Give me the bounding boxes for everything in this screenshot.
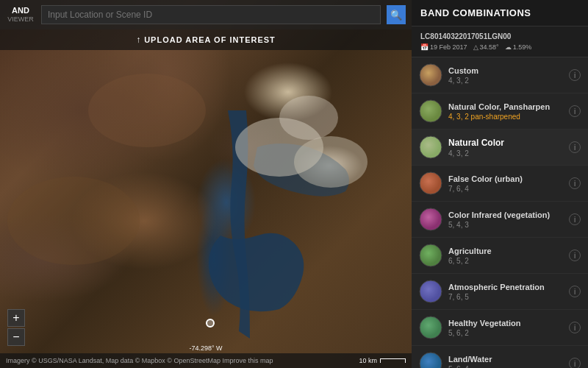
panel-title: BAND COMBINATIONS — [420, 7, 579, 18]
band-item[interactable]: Custom4, 3, 2i — [412, 57, 588, 93]
urban-overlay — [0, 0, 412, 368]
band-name: Healthy Vegetation — [448, 319, 569, 328]
band-thumbnail — [419, 135, 442, 159]
band-info-button[interactable]: i — [569, 213, 581, 225]
scene-cloud: ☁ 1.59% — [505, 43, 532, 51]
band-item[interactable]: Land/Water5, 6, 4i — [412, 346, 588, 368]
band-thumbnail — [419, 63, 442, 87]
band-thumbnail — [419, 316, 442, 339]
band-info: False Color (urban)7, 6, 4 — [448, 174, 569, 193]
calendar-icon: 📅 — [420, 43, 429, 51]
coordinates-label: -74.298° W — [189, 344, 222, 352]
band-info: Color Infrared (vegetation)5, 4, 3 — [448, 210, 569, 229]
zoom-out-button[interactable]: − — [7, 328, 25, 346]
search-input[interactable] — [41, 5, 381, 24]
band-name: Natural Color, Pansharpen — [448, 102, 569, 111]
band-item[interactable]: Healthy Vegetation5, 6, 2i — [412, 310, 588, 346]
band-name: Custom — [448, 66, 569, 75]
band-name: Natural Color — [448, 138, 569, 148]
upload-bar[interactable]: ↑ UPLOAD AREA OF INTEREST — [0, 29, 412, 50]
band-thumbnail — [419, 99, 442, 123]
svg-point-1 — [294, 136, 368, 188]
band-item[interactable]: Atmospheric Penetration7, 6, 5i — [412, 274, 588, 310]
zoom-in-button[interactable]: + — [7, 309, 25, 327]
band-name: Color Infrared (vegetation) — [448, 210, 569, 219]
top-bar: AND VIEWER 🔍 — [0, 0, 412, 29]
band-info-button[interactable]: i — [569, 141, 581, 153]
search-icon: 🔍 — [390, 10, 402, 21]
scene-info: LC80140322017051LGN00 📅 19 Feb 2017 △ 34… — [412, 26, 588, 57]
band-item[interactable]: Color Infrared (vegetation)5, 4, 3i — [412, 202, 588, 238]
band-thumbnail — [419, 171, 442, 195]
band-info: Natural Color4, 3, 2 — [448, 138, 569, 158]
band-item[interactable]: Natural Color, Pansharpen4, 3, 2 pan-sha… — [412, 93, 588, 130]
attribution-text: Imagery © USGS/NASA Landsat, Map data © … — [6, 357, 273, 364]
svg-point-3 — [88, 74, 206, 147]
location-dot — [206, 319, 215, 328]
band-numbers: 4, 3, 2 — [448, 149, 569, 158]
band-list: Custom4, 3, 2iNatural Color, Pansharpen4… — [412, 57, 588, 368]
band-info: Natural Color, Pansharpen4, 3, 2 pan-sha… — [448, 102, 569, 121]
scene-id: LC80140322017051LGN00 — [420, 32, 579, 40]
band-thumbnail — [419, 244, 442, 267]
angle-icon: △ — [473, 43, 478, 51]
search-button[interactable]: 🔍 — [387, 5, 406, 24]
band-info-button[interactable]: i — [569, 286, 581, 297]
scale-bar — [380, 358, 406, 363]
upload-label[interactable]: UPLOAD AREA OF INTEREST — [144, 35, 276, 44]
scene-date: 📅 19 Feb 2017 — [420, 43, 467, 51]
band-thumbnail — [419, 208, 442, 231]
band-name: False Color (urban) — [448, 174, 569, 183]
scale-label: 10 km — [359, 357, 377, 364]
band-name: Atmospheric Penetration — [448, 283, 569, 291]
band-info: Custom4, 3, 2 — [448, 66, 569, 85]
band-info-button[interactable]: i — [569, 358, 581, 368]
svg-point-4 — [7, 177, 140, 265]
band-thumbnail — [419, 280, 442, 303]
band-info-button[interactable]: i — [569, 105, 581, 117]
band-numbers: 7, 6, 4 — [448, 185, 569, 193]
brand-logo: AND VIEWER — [6, 6, 35, 24]
zoom-controls: + − — [7, 309, 25, 346]
band-info-button[interactable]: i — [569, 177, 581, 189]
svg-point-2 — [279, 96, 338, 140]
svg-point-21 — [420, 353, 442, 368]
band-numbers: 6, 5, 2 — [448, 257, 569, 265]
band-numbers: 5, 6, 2 — [448, 329, 569, 337]
band-info: Agriculture6, 5, 2 — [448, 247, 569, 265]
right-panel: BAND COMBINATIONS LC80140322017051LGN00 … — [412, 0, 588, 368]
bottom-bar: Imagery © USGS/NASA Landsat, Map data © … — [0, 353, 412, 368]
band-item[interactable]: Agriculture6, 5, 2i — [412, 238, 588, 274]
band-item[interactable]: False Color (urban)7, 6, 4i — [412, 166, 588, 202]
band-numbers: 7, 6, 5 — [448, 293, 569, 301]
band-info: Land/Water5, 6, 4 — [448, 355, 569, 369]
scene-angle: △ 34.58° — [473, 43, 499, 51]
band-item[interactable]: Natural Color4, 3, 2i — [412, 130, 588, 166]
panel-header: BAND COMBINATIONS — [412, 0, 588, 26]
band-numbers: 5, 6, 4 — [448, 365, 569, 369]
band-info-button[interactable]: i — [569, 69, 581, 81]
band-thumbnail — [419, 352, 442, 368]
band-name: Land/Water — [448, 355, 569, 364]
band-info-button[interactable]: i — [569, 322, 581, 333]
band-numbers: 4, 3, 2 — [448, 77, 569, 85]
cloud-icon: ☁ — [505, 43, 512, 51]
band-name: Agriculture — [448, 247, 569, 255]
band-info-button[interactable]: i — [569, 250, 581, 261]
band-numbers: 5, 4, 3 — [448, 221, 569, 229]
band-numbers: 4, 3, 2 pan-sharpened — [448, 113, 569, 121]
band-info: Healthy Vegetation5, 6, 2 — [448, 319, 569, 337]
upload-icon: ↑ — [136, 35, 140, 45]
band-info: Atmospheric Penetration7, 6, 5 — [448, 283, 569, 301]
map-container[interactable]: AND VIEWER 🔍 ↑ UPLOAD AREA OF INTEREST +… — [0, 0, 412, 368]
scene-meta: 📅 19 Feb 2017 △ 34.58° ☁ 1.59% — [420, 43, 579, 51]
